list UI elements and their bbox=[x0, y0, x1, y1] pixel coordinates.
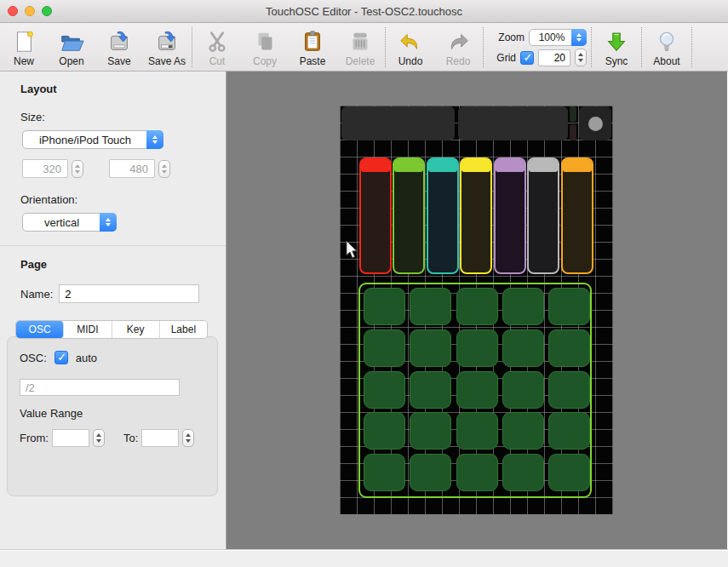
pad-button[interactable] bbox=[410, 329, 451, 367]
pad-button[interactable] bbox=[456, 288, 498, 325]
sync-download-icon bbox=[604, 27, 629, 55]
osc-settings-panel: OSC: auto Value Range From: To: bbox=[7, 336, 218, 496]
sync-button[interactable]: Sync bbox=[593, 26, 640, 71]
tab-key[interactable]: Key bbox=[112, 321, 160, 338]
pad-button[interactable] bbox=[456, 329, 498, 367]
pad-button[interactable] bbox=[502, 329, 544, 367]
auto-label: auto bbox=[76, 352, 97, 364]
grid-size-stepper[interactable] bbox=[575, 49, 587, 66]
toolbar-separator bbox=[691, 27, 692, 67]
size-select[interactable]: iPhone/iPod Touch bbox=[22, 130, 163, 149]
pad-grid-group[interactable] bbox=[358, 283, 592, 498]
fader-green[interactable] bbox=[393, 158, 425, 274]
copy-button: Copy bbox=[241, 26, 289, 71]
about-lightbulb-icon bbox=[654, 27, 679, 55]
fader-red[interactable] bbox=[359, 158, 392, 274]
zoom-grid-controls: Zoom 100% Grid bbox=[484, 26, 590, 71]
range-from-input[interactable] bbox=[52, 429, 89, 447]
fader-orange-cap bbox=[563, 159, 592, 172]
pad-button[interactable] bbox=[410, 371, 451, 409]
label-control-1[interactable] bbox=[341, 106, 455, 140]
pad-button[interactable] bbox=[456, 371, 498, 409]
grid-checkbox[interactable] bbox=[520, 51, 534, 65]
toolbar-separator bbox=[483, 27, 484, 67]
fader-teal[interactable] bbox=[427, 158, 459, 274]
save-as-icon bbox=[154, 27, 180, 55]
label-control-2[interactable] bbox=[458, 106, 568, 140]
open-button[interactable]: Open bbox=[48, 26, 95, 71]
close-window-button[interactable] bbox=[8, 6, 18, 16]
paste-button[interactable]: Paste bbox=[289, 26, 336, 71]
minimize-window-button[interactable] bbox=[25, 6, 35, 16]
tab-label[interactable]: Label bbox=[160, 321, 207, 338]
pad-button[interactable] bbox=[410, 288, 451, 325]
undo-button[interactable]: Undo bbox=[387, 26, 434, 71]
toolbar-separator bbox=[591, 27, 592, 67]
cut-scissors-icon bbox=[204, 27, 230, 55]
pad-button[interactable] bbox=[364, 288, 405, 325]
pad-button[interactable] bbox=[364, 371, 405, 409]
layout-dimensions bbox=[22, 159, 226, 178]
page-name-input[interactable] bbox=[59, 284, 199, 303]
pad-button[interactable] bbox=[548, 371, 590, 409]
pad-button[interactable] bbox=[502, 412, 544, 450]
fader-purple[interactable] bbox=[494, 158, 526, 274]
delete-trash-icon bbox=[347, 27, 373, 55]
mini-fader-bottom-segment bbox=[570, 124, 576, 140]
orientation-select[interactable]: vertical bbox=[22, 213, 117, 232]
mini-fader-control[interactable] bbox=[570, 106, 576, 140]
zoom-level-select[interactable]: 100% bbox=[529, 29, 587, 46]
grid-size-input[interactable] bbox=[538, 49, 570, 66]
pad-button[interactable] bbox=[548, 412, 590, 450]
size-select-value: iPhone/iPod Touch bbox=[23, 134, 163, 146]
toolbar-separator bbox=[192, 27, 192, 67]
about-button[interactable]: About bbox=[643, 26, 691, 71]
redo-arrow-icon bbox=[445, 27, 471, 55]
mouse-cursor bbox=[346, 240, 360, 260]
delete-button: Delete bbox=[336, 26, 384, 71]
pad-button[interactable] bbox=[548, 329, 590, 367]
fader-silver-cap bbox=[529, 159, 558, 172]
undo-arrow-icon bbox=[398, 27, 423, 55]
fader-silver[interactable] bbox=[527, 158, 559, 274]
name-label: Name: bbox=[20, 288, 53, 301]
save-as-button[interactable]: Save As bbox=[143, 26, 191, 71]
push-button-control[interactable] bbox=[579, 106, 611, 140]
orientation-label: Orientation: bbox=[20, 193, 226, 206]
pad-button[interactable] bbox=[456, 454, 498, 491]
range-to-input[interactable] bbox=[141, 429, 179, 447]
pad-button[interactable] bbox=[502, 454, 544, 491]
title-bar: TouchOSC Editor - Test-OSC2.touchosc bbox=[0, 0, 728, 23]
layout-height-stepper bbox=[158, 160, 170, 178]
fullscreen-window-button[interactable] bbox=[42, 6, 52, 16]
window-title: TouchOSC Editor - Test-OSC2.touchosc bbox=[266, 5, 462, 18]
paste-clipboard-icon bbox=[300, 27, 325, 55]
new-button[interactable]: New bbox=[0, 26, 48, 71]
fader-teal-cap bbox=[428, 159, 457, 172]
pad-button[interactable] bbox=[456, 412, 498, 450]
fader-yellow[interactable] bbox=[460, 158, 492, 274]
tab-osc[interactable]: OSC bbox=[16, 321, 64, 338]
pad-button[interactable] bbox=[364, 329, 405, 367]
app-window: TouchOSC Editor - Test-OSC2.touchosc New… bbox=[0, 0, 728, 567]
pad-button[interactable] bbox=[502, 371, 544, 409]
pad-button[interactable] bbox=[410, 454, 451, 491]
range-from-stepper[interactable] bbox=[93, 429, 105, 447]
value-range-label: Value Range bbox=[20, 407, 217, 420]
fader-orange[interactable] bbox=[561, 158, 593, 274]
osc-auto-checkbox[interactable] bbox=[54, 351, 68, 364]
pad-button[interactable] bbox=[364, 454, 405, 491]
pad-button[interactable] bbox=[548, 454, 590, 491]
pad-button[interactable] bbox=[410, 412, 451, 450]
new-document-icon bbox=[11, 27, 37, 55]
range-to-stepper[interactable] bbox=[182, 429, 194, 447]
toolbar-separator bbox=[385, 27, 386, 67]
pad-button[interactable] bbox=[548, 288, 590, 325]
toolbar-separator bbox=[641, 27, 642, 67]
tab-midi[interactable]: MIDI bbox=[64, 321, 112, 338]
layout-canvas[interactable] bbox=[340, 106, 613, 514]
save-button[interactable]: Save bbox=[95, 26, 143, 71]
pad-button[interactable] bbox=[502, 288, 544, 325]
osc-address-input[interactable] bbox=[20, 379, 180, 396]
pad-button[interactable] bbox=[364, 412, 405, 450]
